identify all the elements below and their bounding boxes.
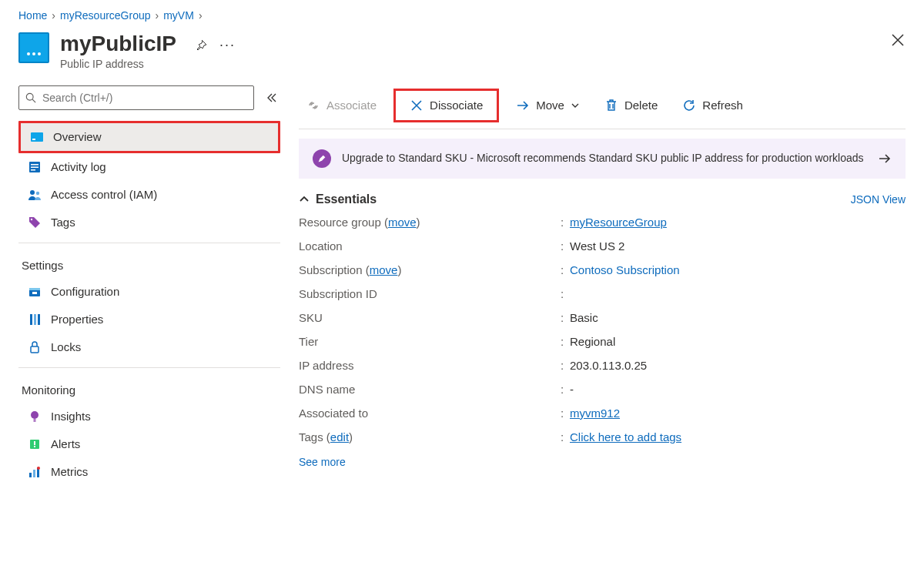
associate-label: Associate [326,99,377,112]
page-title: myPublicIP [60,32,176,56]
ess-val-dns: - [570,383,906,396]
refresh-label: Refresh [702,99,743,112]
svg-point-18 [31,411,38,419]
ess-val-resource-group[interactable]: myResourceGroup [570,216,667,229]
sidebar-item-label: Access control (IAM) [51,188,157,201]
upgrade-banner[interactable]: Upgrade to Standard SKU - Microsoft reco… [299,139,906,179]
move-button[interactable]: Move [508,94,588,117]
sidebar-item-label: Insights [51,410,91,423]
svg-rect-21 [34,441,35,445]
sidebar-group-settings: Settings [18,243,280,278]
ess-label-ip: IP address [299,359,561,372]
alerts-icon [28,437,42,451]
delete-label: Delete [624,99,658,112]
search-input[interactable] [42,92,247,104]
properties-icon [28,313,42,326]
sidebar-item-activity-log[interactable]: Activity log [18,153,280,181]
breadcrumb-home[interactable]: Home [18,9,47,22]
svg-rect-14 [30,314,32,325]
svg-rect-5 [31,164,38,166]
public-ip-icon [18,32,49,63]
refresh-button[interactable]: Refresh [675,94,751,117]
sidebar-item-label: Metrics [51,465,88,478]
see-more-link[interactable]: See more [299,456,346,468]
ess-val-tags[interactable]: Click here to add tags [570,430,681,443]
search-input-wrapper[interactable] [18,85,254,110]
svg-rect-24 [33,470,35,477]
sidebar-item-insights[interactable]: Insights [18,403,280,430]
svg-rect-23 [29,473,32,477]
ess-label-resource-group: Resource group (move) [299,216,561,229]
chevron-right-icon: › [52,9,55,22]
svg-rect-19 [34,419,36,422]
ess-val-associated[interactable]: myvm912 [570,407,620,420]
search-icon [25,92,36,103]
breadcrumb: Home › myResourceGroup › myVM › [18,9,906,22]
sidebar-item-label: Overview [53,130,102,143]
arrow-right-icon [516,99,530,112]
overview-icon [30,130,44,144]
svg-rect-16 [38,314,40,325]
close-icon[interactable] [890,32,906,48]
ess-val-subscription-id [570,287,906,300]
ess-val-location: West US 2 [570,239,906,253]
ess-val-tier: Regional [570,335,906,348]
ess-label-sku: SKU [299,311,561,324]
svg-rect-12 [29,288,40,290]
sidebar-item-properties[interactable]: Properties [18,306,280,333]
pin-icon[interactable] [195,39,207,52]
more-icon[interactable]: ··· [219,37,236,53]
sidebar-item-configuration[interactable]: Configuration [18,278,280,306]
resource-group-move-link[interactable]: move [388,216,417,229]
sidebar-item-label: Tags [51,216,75,229]
insights-icon [28,410,42,423]
tags-icon [28,216,42,229]
sidebar-item-tags[interactable]: Tags [18,209,280,236]
delete-button[interactable]: Delete [597,94,665,117]
trash-icon [604,99,618,112]
ess-val-sku: Basic [570,311,906,324]
arrow-right-icon[interactable] [878,152,892,166]
chevron-up-icon [299,194,310,205]
ess-label-dns: DNS name [299,383,561,396]
ess-label-associated: Associated to [299,407,561,420]
configuration-icon [28,285,42,299]
subscription-move-link[interactable]: move [370,263,398,276]
svg-rect-6 [31,166,38,168]
svg-rect-13 [32,292,37,294]
svg-point-10 [31,219,32,220]
sidebar-item-label: Activity log [51,160,106,173]
sidebar-item-label: Alerts [51,437,80,450]
sidebar-item-locks[interactable]: Locks [18,333,280,361]
ess-val-subscription[interactable]: Contoso Subscription [570,263,680,276]
svg-point-0 [26,93,33,100]
sidebar-item-overview[interactable]: Overview [21,123,278,151]
sidebar-item-label: Locks [51,340,81,353]
chevron-down-icon [571,101,580,110]
essentials-toggle[interactable]: Essentials [299,192,377,206]
banner-text: Upgrade to Standard SKU - Microsoft reco… [342,151,867,166]
move-label: Move [536,99,564,112]
ess-val-ip: 203.0.113.0.25 [570,359,906,372]
essentials-title: Essentials [316,192,377,206]
breadcrumb-vm[interactable]: myVM [163,9,194,22]
dissociate-button[interactable]: Dissociate [402,94,490,117]
access-control-icon [28,188,42,202]
lock-icon [28,340,42,354]
json-view-link[interactable]: JSON View [851,193,906,206]
sidebar-item-metrics[interactable]: Metrics [18,458,280,486]
sidebar-item-access-control[interactable]: Access control (IAM) [18,181,280,209]
svg-rect-3 [32,139,35,140]
collapse-sidebar-icon[interactable] [262,89,280,107]
sidebar-group-monitoring: Monitoring [18,368,280,403]
ess-label-subscription: Subscription (move) [299,263,561,276]
sidebar-item-label: Properties [51,313,103,326]
svg-rect-7 [31,169,35,171]
page-subtitle: Public IP address [60,58,176,70]
tags-edit-link[interactable]: edit [330,430,349,443]
sidebar-item-alerts[interactable]: Alerts [18,430,280,458]
svg-rect-22 [34,446,35,447]
breadcrumb-resourcegroup[interactable]: myResourceGroup [60,9,151,22]
rocket-icon [313,149,331,168]
svg-point-8 [30,190,35,195]
